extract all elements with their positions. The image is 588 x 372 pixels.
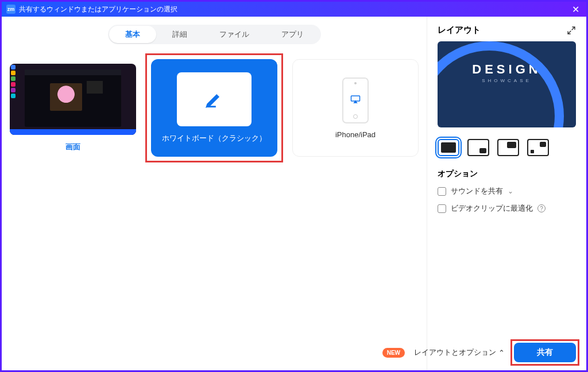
screen-thumbnail [10, 64, 136, 135]
card-iphone-label: iPhone/iPad [335, 130, 376, 139]
card-screen-label: 画面 [65, 142, 80, 152]
expand-icon[interactable] [567, 26, 576, 35]
new-badge: NEW [382, 348, 405, 358]
chevron-down-icon[interactable]: ⌄ [508, 187, 513, 195]
layout-toggle-label: レイアウトとオプション [414, 347, 496, 358]
phone-icon [342, 78, 369, 123]
pencil-icon [204, 90, 224, 109]
card-whiteboard-label: ホワイトボード（クラシック） [162, 133, 266, 144]
layout-panel: レイアウト DESIGN SHOWCASE オプション サウンドを共有 ⌄ [427, 17, 586, 370]
card-iphone-ipad[interactable]: iPhone/iPad [292, 59, 419, 157]
share-targets: 画面 ホワイトボード（クラシック） [10, 59, 419, 157]
layout-heading: レイアウト [438, 25, 481, 36]
option-optimize-video[interactable]: ビデオクリップに最適化 ? [438, 203, 576, 214]
footer-actions: NEW レイアウトとオプション ⌃ 共有 [382, 343, 576, 362]
label-optimize-video: ビデオクリップに最適化 [451, 203, 533, 214]
window-title: 共有するウィンドウまたはアプリケーションの選択 [19, 5, 570, 14]
chevron-up-icon: ⌃ [498, 348, 505, 357]
tab-basic[interactable]: 基本 [109, 26, 156, 43]
close-button[interactable]: ✕ [570, 4, 582, 15]
label-share-sound: サウンドを共有 [451, 186, 503, 196]
option-share-sound[interactable]: サウンドを共有 ⌄ [438, 186, 576, 196]
main-panel: 基本 詳細 ファイル アプリ 画面 [2, 17, 427, 370]
card-whiteboard[interactable]: ホワイトボード（クラシック） [151, 59, 277, 157]
titlebar: zm 共有するウィンドウまたはアプリケーションの選択 ✕ [2, 2, 586, 17]
airplay-icon [350, 95, 361, 104]
help-icon[interactable]: ? [537, 204, 546, 212]
layout-mode-pip-small[interactable] [467, 139, 489, 156]
share-button[interactable]: 共有 [514, 343, 576, 362]
tab-advanced[interactable]: 詳細 [156, 26, 203, 43]
checkbox-share-sound[interactable] [438, 187, 446, 196]
tab-bar: 基本 詳細 ファイル アプリ [108, 25, 321, 44]
layout-mode-fullscreen[interactable] [438, 139, 459, 156]
options-heading: オプション [438, 169, 576, 179]
layout-preview: DESIGN SHOWCASE [438, 41, 576, 127]
tab-apps[interactable]: アプリ [265, 26, 320, 43]
layout-options-toggle[interactable]: レイアウトとオプション ⌃ [414, 347, 505, 358]
app-logo-icon: zm [6, 5, 16, 14]
dialog-body: 基本 詳細 ファイル アプリ 画面 [2, 17, 586, 370]
layout-options [438, 139, 576, 156]
tab-files[interactable]: ファイル [203, 26, 265, 43]
layout-mode-pip-large[interactable] [497, 139, 519, 156]
layout-mode-side[interactable] [527, 139, 549, 156]
app-window: zm 共有するウィンドウまたはアプリケーションの選択 ✕ 基本 詳細 ファイル … [0, 0, 588, 372]
card-screen[interactable]: 画面 [10, 59, 136, 157]
checkbox-optimize-video[interactable] [438, 204, 446, 213]
